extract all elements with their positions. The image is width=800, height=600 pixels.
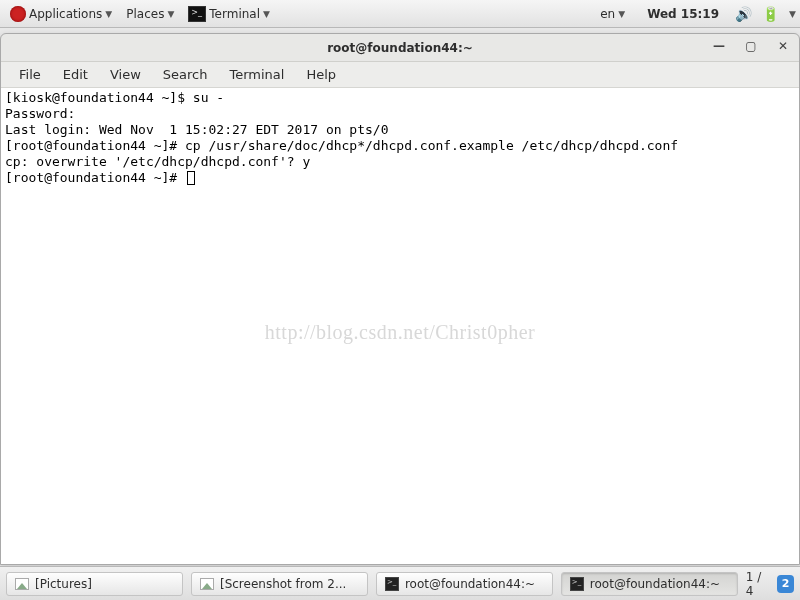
- task-label: [Pictures]: [35, 577, 92, 591]
- folder-icon: [15, 578, 29, 590]
- terminal-icon: [188, 6, 206, 22]
- clock[interactable]: Wed 15:19: [647, 7, 719, 21]
- chevron-down-icon: ▼: [105, 9, 112, 19]
- chevron-down-icon[interactable]: ▼: [789, 9, 796, 19]
- menubar: File Edit View Search Terminal Help: [1, 62, 799, 88]
- menu-file[interactable]: File: [11, 65, 49, 84]
- terminal-icon: [570, 577, 584, 591]
- watermark-text: http://blog.csdn.net/Christ0pher: [1, 324, 799, 340]
- task-terminal-2[interactable]: root@foundation44:~: [561, 572, 738, 596]
- window-title: root@foundation44:~: [327, 41, 473, 55]
- running-app-label: Terminal: [209, 7, 260, 21]
- terminal-line: [root@foundation44 ~]# cp /usr/share/doc…: [5, 138, 678, 153]
- applications-label: Applications: [29, 7, 102, 21]
- cursor-icon: [187, 171, 195, 185]
- menu-help[interactable]: Help: [298, 65, 344, 84]
- workspace-label: 1 / 4: [746, 570, 771, 598]
- bottom-taskbar: [Pictures] [Screenshot from 2... root@fo…: [0, 566, 800, 600]
- places-label: Places: [126, 7, 164, 21]
- redhat-icon: [10, 6, 26, 22]
- terminal-prompt: [root@foundation44 ~]#: [5, 170, 185, 185]
- chevron-down-icon: ▼: [618, 9, 625, 19]
- terminal-line: [kiosk@foundation44 ~]$ su -: [5, 90, 224, 105]
- maximize-button[interactable]: ▢: [743, 38, 759, 54]
- image-icon: [200, 578, 214, 590]
- terminal-line: cp: overwrite '/etc/dhcp/dhcpd.conf'? y: [5, 154, 310, 169]
- task-pictures[interactable]: [Pictures]: [6, 572, 183, 596]
- top-panel: Applications ▼ Places ▼ Terminal ▼ en ▼ …: [0, 0, 800, 28]
- task-label: root@foundation44:~: [405, 577, 535, 591]
- terminal-line: Password:: [5, 106, 75, 121]
- window-titlebar[interactable]: root@foundation44:~ — ▢ ✕: [1, 34, 799, 62]
- running-app-terminal[interactable]: Terminal ▼: [182, 4, 276, 24]
- chevron-down-icon: ▼: [263, 9, 270, 19]
- terminal-window: root@foundation44:~ — ▢ ✕ File Edit View…: [0, 33, 800, 565]
- menu-view[interactable]: View: [102, 65, 149, 84]
- applications-menu[interactable]: Applications ▼: [4, 4, 118, 24]
- task-screenshot[interactable]: [Screenshot from 2...: [191, 572, 368, 596]
- menu-edit[interactable]: Edit: [55, 65, 96, 84]
- workspace-switcher[interactable]: 1 / 4 2: [746, 570, 794, 598]
- terminal-line: Last login: Wed Nov 1 15:02:27 EDT 2017 …: [5, 122, 389, 137]
- terminal-icon: [385, 577, 399, 591]
- close-button[interactable]: ✕: [775, 38, 791, 54]
- task-label: [Screenshot from 2...: [220, 577, 346, 591]
- task-label: root@foundation44:~: [590, 577, 720, 591]
- task-terminal-1[interactable]: root@foundation44:~: [376, 572, 553, 596]
- battery-icon[interactable]: 🔋: [762, 6, 779, 22]
- input-source-menu[interactable]: en ▼: [594, 5, 631, 23]
- menu-terminal[interactable]: Terminal: [221, 65, 292, 84]
- places-menu[interactable]: Places ▼: [120, 5, 180, 23]
- chevron-down-icon: ▼: [167, 9, 174, 19]
- terminal-body[interactable]: [kiosk@foundation44 ~]$ su - Password: L…: [1, 88, 799, 564]
- volume-icon[interactable]: 🔊: [735, 6, 752, 22]
- menu-search[interactable]: Search: [155, 65, 216, 84]
- language-label: en: [600, 7, 615, 21]
- minimize-button[interactable]: —: [711, 38, 727, 54]
- workspace-badge: 2: [777, 575, 794, 593]
